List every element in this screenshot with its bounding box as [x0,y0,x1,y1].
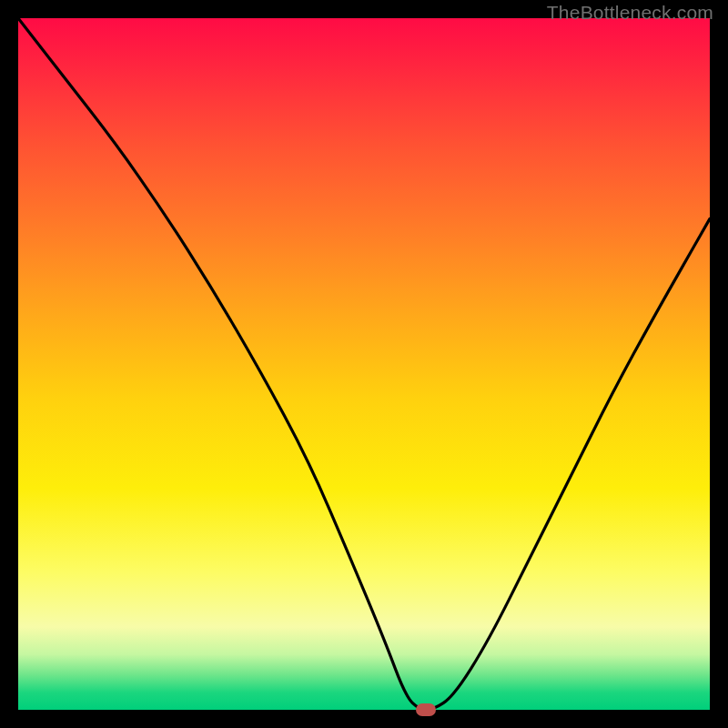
attribution-text: TheBottleneck.com [547,2,713,24]
curve-layer [18,18,710,710]
minimum-marker [416,703,436,716]
bottleneck-curve [18,18,710,710]
